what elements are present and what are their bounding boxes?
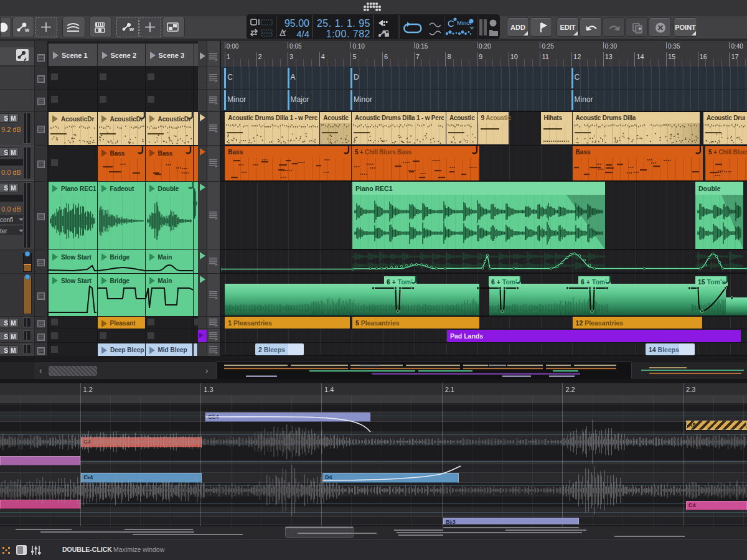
svg-text:w: w — [129, 26, 134, 32]
svg-text:w: w — [24, 27, 30, 33]
svg-text:C: C — [448, 18, 454, 29]
